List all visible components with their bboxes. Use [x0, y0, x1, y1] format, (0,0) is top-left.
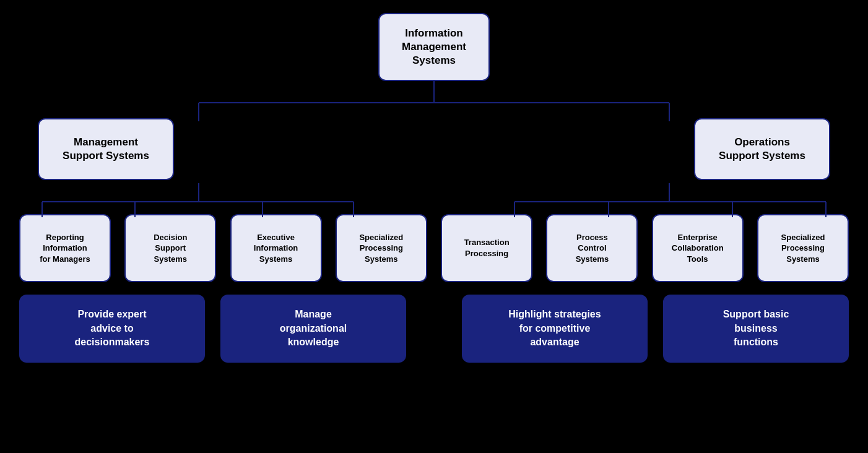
level3-row: Provide expertadvice todecisionmakers Ma… — [19, 295, 849, 363]
pcs-node: ProcessControlSystems — [546, 214, 638, 282]
tp-node: TransactionProcessing — [441, 214, 532, 282]
root-label: InformationManagementSystems — [402, 27, 466, 67]
mss-node: ManagementSupport Systems — [38, 118, 174, 180]
b4-node: Support basicbusinessfunctions — [663, 295, 849, 363]
oss-node: OperationsSupport Systems — [694, 118, 830, 180]
b2-node: Manageorganizationalknowledge — [220, 295, 406, 363]
dss-node: DecisionSupportSystems — [124, 214, 216, 282]
sps2-node: SpecializedProcessingSystems — [757, 214, 849, 282]
root-node: InformationManagementSystems — [378, 13, 490, 81]
level1-row: ManagementSupport Systems OperationsSupp… — [38, 118, 830, 180]
rim-node: ReportingInformationfor Managers — [19, 214, 111, 282]
b3-node: Highlight strategiesfor competitiveadvan… — [462, 295, 648, 363]
diagram-container: InformationManagementSystems ManagementS… — [7, 7, 861, 446]
ect-node: EnterpriseCollaborationTools — [652, 214, 744, 282]
b1-node: Provide expertadvice todecisionmakers — [19, 295, 205, 363]
sps1-node: SpecializedProcessingSystems — [336, 214, 427, 282]
eis-node: ExecutiveInformationSystems — [230, 214, 322, 282]
level2-row: ReportingInformationfor Managers Decisio… — [19, 214, 849, 282]
level0-row: InformationManagementSystems — [378, 13, 490, 81]
